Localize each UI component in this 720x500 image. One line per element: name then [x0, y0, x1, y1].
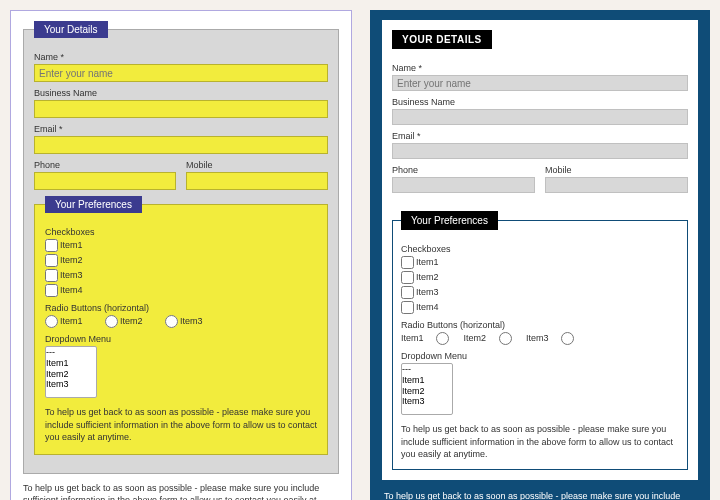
radio-label: Item2 [120, 316, 143, 326]
label-business: Business Name [392, 97, 688, 107]
help-text-outer: To help us get back to as soon as possib… [23, 482, 339, 500]
label-checkboxes: Checkboxes [45, 227, 317, 237]
label-phone: Phone [34, 160, 176, 170]
legend-your-preferences: Your Preferences [45, 196, 142, 213]
radio-label: Item2 [464, 333, 487, 343]
fieldset-your-preferences: Your Preferences Checkboxes Item1 Item2 … [392, 211, 688, 470]
label-checkboxes: Checkboxes [401, 244, 679, 254]
checkbox-item1[interactable] [45, 239, 58, 252]
radio-label: Item3 [526, 333, 549, 343]
input-email[interactable] [392, 143, 688, 159]
dropdown-option: Item2 [402, 386, 452, 397]
label-name: Name * [392, 63, 688, 73]
dropdown-option: Item2 [46, 369, 96, 380]
radio-label: Item1 [60, 316, 83, 326]
help-text-inner: To help us get back to as soon as possib… [45, 406, 317, 444]
checkbox-label: Item1 [416, 257, 439, 267]
radio-item3[interactable] [165, 315, 178, 328]
fieldset-your-details: YOUR DETAILS Name * Business Name Email … [392, 30, 688, 205]
checkbox-label: Item3 [60, 270, 83, 280]
input-phone[interactable] [392, 177, 535, 193]
input-name[interactable] [392, 75, 688, 91]
dropdown-menu[interactable]: --- Item1 Item2 Item3 [401, 363, 453, 415]
checkbox-item3[interactable] [401, 286, 414, 299]
checkbox-label: Item4 [60, 285, 83, 295]
label-email: Email * [34, 124, 328, 134]
dropdown-option: Item3 [402, 396, 452, 407]
label-dropdown: Dropdown Menu [401, 351, 679, 361]
label-phone: Phone [392, 165, 535, 175]
help-text-outer: To help us get back to as soon as possib… [382, 480, 698, 500]
checkbox-item1[interactable] [401, 256, 414, 269]
checkbox-label: Item3 [416, 287, 439, 297]
help-text-inner: To help us get back to as soon as possib… [401, 423, 679, 461]
dropdown-option: Item1 [46, 358, 96, 369]
dropdown-option: Item3 [46, 379, 96, 390]
label-mobile: Mobile [545, 165, 688, 175]
fieldset-your-preferences: Your Preferences Checkboxes Item1 Item2 … [34, 196, 328, 455]
dropdown-option: --- [46, 347, 96, 358]
dropdown-option: --- [402, 364, 452, 375]
legend-your-details: YOUR DETAILS [392, 30, 492, 49]
input-business[interactable] [392, 109, 688, 125]
dropdown-option: Item1 [402, 375, 452, 386]
input-mobile[interactable] [545, 177, 688, 193]
legend-your-details: Your Details [34, 21, 108, 38]
checkbox-label: Item4 [416, 302, 439, 312]
label-business: Business Name [34, 88, 328, 98]
label-radios: Radio Buttons (horizontal) [45, 303, 317, 313]
checkbox-label: Item1 [60, 240, 83, 250]
input-name[interactable] [34, 64, 328, 82]
checkbox-label: Item2 [416, 272, 439, 282]
input-business[interactable] [34, 100, 328, 118]
input-phone[interactable] [34, 172, 176, 190]
radio-label: Item1 [401, 333, 424, 343]
label-mobile: Mobile [186, 160, 328, 170]
dropdown-menu[interactable]: --- Item1 Item2 Item3 [45, 346, 97, 398]
label-name: Name * [34, 52, 328, 62]
radio-item1[interactable] [45, 315, 58, 328]
radio-item3[interactable] [561, 332, 574, 345]
checkbox-label: Item2 [60, 255, 83, 265]
checkbox-item4[interactable] [45, 284, 58, 297]
input-mobile[interactable] [186, 172, 328, 190]
form-purple-yellow: Your Details Name * Business Name Email … [10, 10, 352, 500]
input-email[interactable] [34, 136, 328, 154]
checkbox-item2[interactable] [401, 271, 414, 284]
checkbox-item4[interactable] [401, 301, 414, 314]
radio-item1[interactable] [436, 332, 449, 345]
checkbox-item2[interactable] [45, 254, 58, 267]
radio-item2[interactable] [105, 315, 118, 328]
label-dropdown: Dropdown Menu [45, 334, 317, 344]
legend-your-preferences: Your Preferences [401, 211, 498, 230]
form-navy-white: YOUR DETAILS Name * Business Name Email … [370, 10, 710, 500]
label-email: Email * [392, 131, 688, 141]
radio-label: Item3 [180, 316, 203, 326]
label-radios: Radio Buttons (horizontal) [401, 320, 679, 330]
checkbox-item3[interactable] [45, 269, 58, 282]
radio-item2[interactable] [499, 332, 512, 345]
fieldset-your-details: Your Details Name * Business Name Email … [23, 21, 339, 474]
